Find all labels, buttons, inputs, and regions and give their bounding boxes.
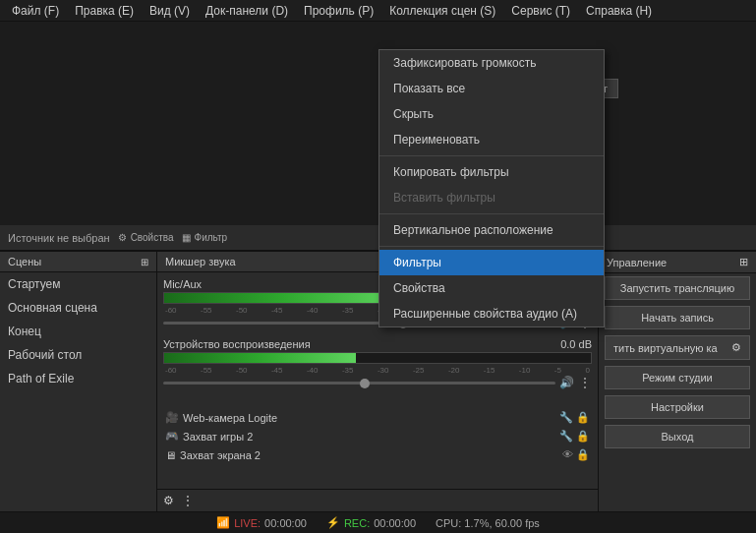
control-panel: Управление ⊞ Запустить трансляцию Начать… <box>599 252 756 511</box>
rec-label: REC: <box>344 517 370 529</box>
source-item-webcam[interactable]: 🎥 Web-камера Logite 🔧 🔒 <box>161 408 594 427</box>
virtual-cam-label: тить виртуальную ка <box>613 342 718 354</box>
menu-profile[interactable]: Профиль (Р) <box>296 2 381 20</box>
source-lock-game[interactable]: 🔒 <box>576 430 590 443</box>
properties-toolbar-btn[interactable]: ⚙ Свойства <box>118 232 174 243</box>
mixer-options-playback[interactable]: ⋮ <box>578 375 592 390</box>
context-menu-properties[interactable]: Свойства <box>379 275 604 301</box>
context-menu-vertical[interactable]: Вертикальное расположение <box>379 217 604 243</box>
start-stream-button[interactable]: Запустить трансляцию <box>605 276 750 300</box>
context-menu-advanced-audio[interactable]: Расширенные свойства аудио (А) <box>379 301 604 326</box>
scene-item-desktop[interactable]: Рабочий стол <box>0 343 156 367</box>
scene-item-startuem[interactable]: Стартуем <box>0 272 156 296</box>
context-menu-rename[interactable]: Переименовать <box>379 127 604 152</box>
mixer-track-name-mic: Mic/Aux <box>163 278 202 290</box>
menu-view[interactable]: Вид (V) <box>142 2 198 20</box>
rec-icon: ⚡ <box>326 516 340 529</box>
webcam-icon: 🎥 <box>165 411 179 424</box>
mixer-footer: ⚙ ⋮ <box>157 489 598 511</box>
screen-icon: 🖥 <box>165 449 176 461</box>
context-menu-sep-1 <box>379 155 604 156</box>
studio-mode-button[interactable]: Режим студии <box>605 366 750 389</box>
filter-icon: ▦ <box>182 232 191 243</box>
context-menu-filters[interactable]: Фильтры <box>379 250 604 275</box>
menu-edit[interactable]: Правка (E) <box>67 2 142 20</box>
rec-time: 00:00:00 <box>374 517 416 529</box>
mixer-bar-green-mic <box>164 293 399 303</box>
mixer-bar-green-playback <box>164 353 356 363</box>
source-selected-label: Источник не выбран <box>8 232 110 244</box>
footer-settings-icon[interactable]: ⚙ <box>163 494 174 507</box>
settings-button[interactable]: Настройки <box>605 395 750 419</box>
mixer-track-playback: Устройство воспроизведения 0.0 dB -60-55… <box>163 338 592 390</box>
scene-item-poe[interactable]: Path of Exile <box>0 367 156 390</box>
source-label-webcam: Web-камера Logite <box>183 412 277 424</box>
scene-item-main[interactable]: Основная сцена <box>0 296 156 320</box>
scenes-panel: Сцены ⊞ Стартуем Основная сцена Конец Ра… <box>0 252 157 511</box>
mixer-track-name-playback: Устройство воспроизведения <box>163 338 311 350</box>
source-settings-game[interactable]: 🔧 <box>559 430 573 443</box>
source-item-game[interactable]: 🎮 Захват игры 2 🔧 🔒 <box>161 427 594 445</box>
mixer-header-label: Микшер звука <box>165 256 236 267</box>
mixer-track-vol-playback: 0.0 dB <box>560 338 592 350</box>
scenes-header-label: Сцены <box>8 256 41 267</box>
control-panel-header: Управление ⊞ <box>599 252 756 273</box>
mixer-slider-playback[interactable] <box>163 382 555 385</box>
source-label-game: Захват игры 2 <box>183 431 253 443</box>
start-recording-button[interactable]: Начать запись <box>605 306 750 329</box>
mixer-bar-playback <box>163 352 592 364</box>
status-live: 📶 LIVE: 00:00:00 <box>216 516 307 529</box>
context-menu-lock-volume[interactable]: Зафиксировать громкость <box>379 50 604 76</box>
properties-label: Свойства <box>131 232 174 243</box>
menu-docks[interactable]: Док-панели (D) <box>198 2 296 20</box>
live-time: 00:00:00 <box>264 517 307 529</box>
control-panel-icon[interactable]: ⊞ <box>739 256 748 268</box>
mixer-slider-thumb-playback[interactable] <box>360 379 370 388</box>
scenes-panel-header: Сцены ⊞ <box>0 252 156 272</box>
scenes-panel-icon[interactable]: ⊞ <box>141 257 148 267</box>
gear-icon: ⚙ <box>118 232 127 243</box>
menu-scene-collection[interactable]: Коллекция сцен (S) <box>381 2 503 20</box>
mixer-controls-playback: 🔊 ⋮ <box>163 375 592 390</box>
sources-list: 🎥 Web-камера Logite 🔧 🔒 🎮 Захват игры 2 … <box>157 404 598 489</box>
status-bar: 📶 LIVE: 00:00:00 ⚡ REC: 00:00:00 CPU: 1.… <box>0 511 756 533</box>
status-rec: ⚡ REC: 00:00:00 <box>326 516 416 529</box>
scene-item-end[interactable]: Конец <box>0 320 156 343</box>
control-header-label: Управление <box>607 257 667 268</box>
source-lock-screen[interactable]: 🔒 <box>576 448 590 461</box>
virtual-cam-button[interactable]: тить виртуальную ка ⚙ <box>605 335 750 360</box>
context-menu: Зафиксировать громкость Показать все Скр… <box>378 49 605 327</box>
context-menu-sep-3 <box>379 246 604 247</box>
menu-tools[interactable]: Сервис (Т) <box>503 2 578 20</box>
context-menu-paste-filters: Вставить фильтры <box>379 185 604 210</box>
source-settings-webcam[interactable]: 🔧 <box>559 411 573 424</box>
game-icon: 🎮 <box>165 430 179 443</box>
context-menu-hide[interactable]: Скрыть <box>379 101 604 127</box>
source-eye-screen[interactable]: 👁 <box>562 448 573 461</box>
menu-file[interactable]: Файл (F) <box>4 2 67 20</box>
gear-icon[interactable]: ⚙ <box>731 341 741 354</box>
context-menu-show-all[interactable]: Показать все <box>379 76 604 101</box>
cpu-label: CPU: 1.7%, 60.00 fps <box>436 517 540 529</box>
mixer-scale-playback: -60-55-50-45-40-35-30-25-20-15-10-50 <box>163 366 592 375</box>
live-label: LIVE: <box>234 517 261 529</box>
context-menu-copy-filters[interactable]: Копировать фильтры <box>379 159 604 185</box>
exit-button[interactable]: Выход <box>605 425 750 448</box>
filters-toolbar-btn[interactable]: ▦ Фильтр <box>182 232 228 243</box>
context-menu-sep-2 <box>379 213 604 214</box>
filters-label: Фильтр <box>195 232 228 243</box>
footer-dots-icon[interactable]: ⋮ <box>182 494 194 507</box>
source-item-screen[interactable]: 🖥 Захват экрана 2 👁 🔒 <box>161 445 594 464</box>
menubar: Файл (F) Правка (E) Вид (V) Док-панели (… <box>0 0 756 22</box>
source-label-screen: Захват экрана 2 <box>180 449 261 461</box>
status-cpu: CPU: 1.7%, 60.00 fps <box>436 517 540 529</box>
menu-help[interactable]: Справка (H) <box>578 2 660 20</box>
source-lock-webcam[interactable]: 🔒 <box>576 411 590 424</box>
wifi-icon: 📶 <box>216 516 230 529</box>
mixer-mute-playback[interactable]: 🔊 <box>559 376 574 389</box>
